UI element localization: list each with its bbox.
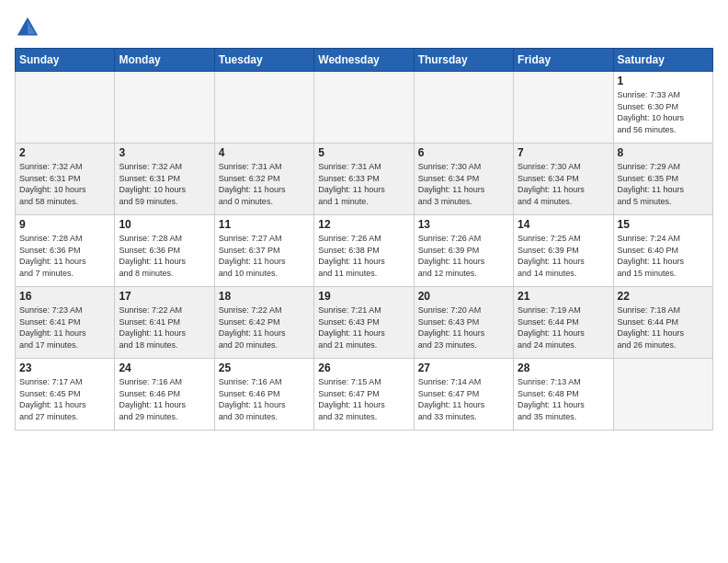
- day-number: 15: [618, 218, 709, 231]
- day-info: Sunrise: 7:16 AM Sunset: 6:46 PM Dayligh…: [119, 376, 210, 422]
- day-info: Sunrise: 7:21 AM Sunset: 6:43 PM Dayligh…: [318, 304, 409, 350]
- day-info: Sunrise: 7:16 AM Sunset: 6:46 PM Dayligh…: [219, 376, 310, 422]
- calendar-cell: 5Sunrise: 7:31 AM Sunset: 6:33 PM Daylig…: [314, 144, 414, 215]
- day-number: 18: [219, 290, 310, 303]
- calendar-cell: [314, 72, 414, 144]
- day-number: 27: [418, 362, 509, 374]
- calendar-cell: [214, 72, 313, 144]
- calendar-cell: 28Sunrise: 7:13 AM Sunset: 6:48 PM Dayli…: [514, 359, 613, 431]
- day-info: Sunrise: 7:23 AM Sunset: 6:41 PM Dayligh…: [19, 304, 110, 350]
- day-number: 20: [418, 290, 509, 303]
- logo-icon: [15, 15, 40, 40]
- day-number: 7: [518, 146, 609, 159]
- day-info: Sunrise: 7:22 AM Sunset: 6:42 PM Dayligh…: [219, 304, 310, 350]
- day-info: Sunrise: 7:22 AM Sunset: 6:41 PM Dayligh…: [119, 304, 210, 350]
- day-info: Sunrise: 7:28 AM Sunset: 6:36 PM Dayligh…: [119, 233, 210, 279]
- calendar-cell: 19Sunrise: 7:21 AM Sunset: 6:43 PM Dayli…: [314, 287, 414, 359]
- weekday-header: Tuesday: [214, 49, 313, 72]
- calendar-week-row: 23Sunrise: 7:17 AM Sunset: 6:45 PM Dayli…: [16, 359, 713, 431]
- calendar-cell: [16, 72, 115, 144]
- calendar-header-row: SundayMondayTuesdayWednesdayThursdayFrid…: [16, 49, 713, 72]
- calendar-cell: 8Sunrise: 7:29 AM Sunset: 6:35 PM Daylig…: [613, 144, 712, 215]
- day-number: 13: [418, 218, 509, 231]
- calendar-cell: 22Sunrise: 7:18 AM Sunset: 6:44 PM Dayli…: [613, 287, 712, 359]
- day-number: 26: [318, 362, 409, 374]
- day-number: 25: [219, 362, 310, 374]
- day-info: Sunrise: 7:25 AM Sunset: 6:39 PM Dayligh…: [518, 233, 609, 279]
- day-info: Sunrise: 7:29 AM Sunset: 6:35 PM Dayligh…: [618, 161, 709, 207]
- weekday-header: Monday: [115, 49, 214, 72]
- day-info: Sunrise: 7:28 AM Sunset: 6:36 PM Dayligh…: [19, 233, 110, 279]
- calendar-cell: [115, 72, 214, 144]
- day-number: 6: [418, 146, 509, 159]
- calendar-cell: 12Sunrise: 7:26 AM Sunset: 6:38 PM Dayli…: [314, 215, 414, 287]
- calendar-cell: 16Sunrise: 7:23 AM Sunset: 6:41 PM Dayli…: [16, 287, 115, 359]
- calendar-cell: 27Sunrise: 7:14 AM Sunset: 6:47 PM Dayli…: [414, 359, 513, 431]
- day-info: Sunrise: 7:32 AM Sunset: 6:31 PM Dayligh…: [119, 161, 210, 207]
- day-number: 16: [19, 290, 110, 303]
- calendar-week-row: 16Sunrise: 7:23 AM Sunset: 6:41 PM Dayli…: [16, 287, 713, 359]
- calendar-cell: 17Sunrise: 7:22 AM Sunset: 6:41 PM Dayli…: [115, 287, 214, 359]
- calendar-week-row: 9Sunrise: 7:28 AM Sunset: 6:36 PM Daylig…: [16, 215, 713, 287]
- calendar-cell: 26Sunrise: 7:15 AM Sunset: 6:47 PM Dayli…: [314, 359, 414, 431]
- day-number: 2: [19, 146, 110, 159]
- calendar-cell: 11Sunrise: 7:27 AM Sunset: 6:37 PM Dayli…: [214, 215, 313, 287]
- calendar-cell: 7Sunrise: 7:30 AM Sunset: 6:34 PM Daylig…: [514, 144, 613, 215]
- day-number: 8: [618, 146, 709, 159]
- day-info: Sunrise: 7:14 AM Sunset: 6:47 PM Dayligh…: [418, 376, 509, 422]
- day-number: 5: [318, 146, 409, 159]
- weekday-header: Thursday: [414, 49, 513, 72]
- day-number: 4: [219, 146, 310, 159]
- day-number: 24: [119, 362, 210, 374]
- day-info: Sunrise: 7:24 AM Sunset: 6:40 PM Dayligh…: [618, 233, 709, 279]
- day-number: 22: [618, 290, 709, 303]
- day-number: 3: [119, 146, 210, 159]
- weekday-header: Saturday: [613, 49, 712, 72]
- day-number: 12: [318, 218, 409, 231]
- calendar-week-row: 2Sunrise: 7:32 AM Sunset: 6:31 PM Daylig…: [16, 144, 713, 215]
- calendar-cell: 24Sunrise: 7:16 AM Sunset: 6:46 PM Dayli…: [115, 359, 214, 431]
- calendar-table: SundayMondayTuesdayWednesdayThursdayFrid…: [15, 48, 713, 431]
- day-number: 21: [518, 290, 609, 303]
- calendar-cell: 6Sunrise: 7:30 AM Sunset: 6:34 PM Daylig…: [414, 144, 513, 215]
- day-info: Sunrise: 7:30 AM Sunset: 6:34 PM Dayligh…: [518, 161, 609, 207]
- day-info: Sunrise: 7:13 AM Sunset: 6:48 PM Dayligh…: [518, 376, 609, 422]
- day-info: Sunrise: 7:26 AM Sunset: 6:39 PM Dayligh…: [418, 233, 509, 279]
- day-info: Sunrise: 7:26 AM Sunset: 6:38 PM Dayligh…: [318, 233, 409, 279]
- calendar-cell: 14Sunrise: 7:25 AM Sunset: 6:39 PM Dayli…: [514, 215, 613, 287]
- calendar-cell: [514, 72, 613, 144]
- calendar-cell: 10Sunrise: 7:28 AM Sunset: 6:36 PM Dayli…: [115, 215, 214, 287]
- calendar-cell: 1Sunrise: 7:33 AM Sunset: 6:30 PM Daylig…: [613, 72, 712, 144]
- weekday-header: Friday: [514, 49, 613, 72]
- page: SundayMondayTuesdayWednesdayThursdayFrid…: [0, 0, 728, 563]
- day-info: Sunrise: 7:30 AM Sunset: 6:34 PM Dayligh…: [418, 161, 509, 207]
- day-number: 17: [119, 290, 210, 303]
- calendar-cell: 2Sunrise: 7:32 AM Sunset: 6:31 PM Daylig…: [16, 144, 115, 215]
- day-number: 23: [19, 362, 110, 374]
- calendar-cell: 25Sunrise: 7:16 AM Sunset: 6:46 PM Dayli…: [214, 359, 313, 431]
- calendar-cell: 18Sunrise: 7:22 AM Sunset: 6:42 PM Dayli…: [214, 287, 313, 359]
- day-info: Sunrise: 7:18 AM Sunset: 6:44 PM Dayligh…: [618, 304, 709, 350]
- day-number: 1: [618, 75, 709, 87]
- day-info: Sunrise: 7:27 AM Sunset: 6:37 PM Dayligh…: [219, 233, 310, 279]
- calendar-cell: 3Sunrise: 7:32 AM Sunset: 6:31 PM Daylig…: [115, 144, 214, 215]
- weekday-header: Sunday: [16, 49, 115, 72]
- day-info: Sunrise: 7:19 AM Sunset: 6:44 PM Dayligh…: [518, 304, 609, 350]
- weekday-header: Wednesday: [314, 49, 414, 72]
- calendar-cell: [414, 72, 513, 144]
- calendar-cell: 15Sunrise: 7:24 AM Sunset: 6:40 PM Dayli…: [613, 215, 712, 287]
- day-number: 10: [119, 218, 210, 231]
- day-number: 9: [19, 218, 110, 231]
- logo: [15, 15, 42, 40]
- calendar-cell: 23Sunrise: 7:17 AM Sunset: 6:45 PM Dayli…: [16, 359, 115, 431]
- day-info: Sunrise: 7:20 AM Sunset: 6:43 PM Dayligh…: [418, 304, 509, 350]
- calendar-week-row: 1Sunrise: 7:33 AM Sunset: 6:30 PM Daylig…: [16, 72, 713, 144]
- day-number: 11: [219, 218, 310, 231]
- day-info: Sunrise: 7:32 AM Sunset: 6:31 PM Dayligh…: [19, 161, 110, 207]
- header: [15, 15, 713, 40]
- day-info: Sunrise: 7:33 AM Sunset: 6:30 PM Dayligh…: [618, 89, 709, 135]
- calendar-cell: 9Sunrise: 7:28 AM Sunset: 6:36 PM Daylig…: [16, 215, 115, 287]
- day-number: 14: [518, 218, 609, 231]
- day-info: Sunrise: 7:31 AM Sunset: 6:33 PM Dayligh…: [318, 161, 409, 207]
- day-number: 19: [318, 290, 409, 303]
